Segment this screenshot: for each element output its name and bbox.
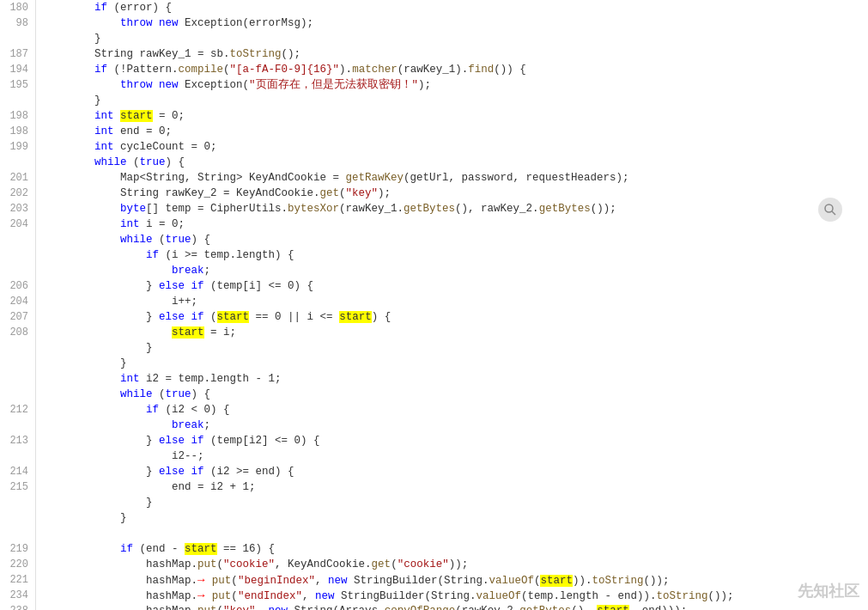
code-text: ) {: [191, 234, 211, 246]
code-text: [43, 125, 94, 137]
code-token-kw-keyword: new: [315, 590, 335, 602]
code-token-kw-keyword: else: [159, 280, 185, 292]
code-text: [43, 404, 146, 416]
code-text: end = i2 + 1;: [43, 481, 256, 493]
code-text: (: [153, 388, 166, 400]
code-line: byte[] temp = CipherUtils.bytesXor(rawKe…: [43, 201, 868, 217]
code-text: [43, 2, 94, 14]
code-token-kw-keyword: new: [159, 79, 179, 91]
code-text: (i2 < 0) {: [159, 404, 230, 416]
code-text: ).: [339, 64, 352, 76]
code-token-kw-string: "cookie": [398, 558, 449, 570]
code-token-kw-method: toString: [230, 48, 282, 60]
code-text: , KeyAndCookie.: [275, 558, 372, 570]
line-number: 202: [7, 186, 28, 201]
code-text: (: [217, 558, 224, 570]
code-line: } else if (i2 >= end) {: [43, 464, 868, 479]
code-text: i2 = temp.length - 1;: [140, 373, 282, 385]
code-text: }: [43, 33, 101, 45]
code-line: if (i >= temp.length) {: [43, 247, 868, 263]
code-text: }: [43, 280, 159, 292]
code-line: }: [43, 510, 868, 526]
code-line: if (error) {: [43, 0, 868, 15]
arrow-icon: →: [197, 589, 212, 602]
code-text: [43, 79, 120, 91]
code-token-kw-keyword: else: [159, 311, 185, 323]
line-number: 201: [7, 170, 28, 186]
code-line: [43, 526, 868, 541]
code-text: i++;: [43, 296, 197, 308]
code-token-kw-keyword: true: [166, 388, 191, 400]
code-text: (temp[i] <= 0) {: [204, 280, 314, 292]
code-token-kw-keyword: if: [94, 2, 107, 14]
code-line: start = i;: [43, 325, 868, 340]
code-line: i2--;: [43, 448, 868, 464]
code-token-kw-method: getBytes: [519, 605, 571, 610]
code-text: [153, 79, 160, 91]
code-text: (),: [571, 605, 597, 610]
line-number: 206: [7, 278, 28, 294]
code-text: (rawKey_1).: [398, 64, 469, 76]
code-text: [43, 373, 120, 385]
line-number: 204: [7, 294, 28, 309]
line-number: 219: [7, 541, 28, 557]
code-token-kw-keyword: while: [94, 156, 127, 168]
code-text: (: [153, 234, 166, 246]
code-text: [114, 110, 121, 122]
code-area[interactable]: if (error) { throw new Exception(errorMs…: [36, 0, 868, 610]
line-number: [7, 155, 28, 170]
code-text: [43, 326, 172, 339]
code-token-kw-keyword: else: [159, 466, 185, 478]
code-text: i2--;: [43, 450, 204, 462]
code-token-kw-method: get: [320, 187, 340, 199]
code-text: ;: [204, 419, 211, 431]
code-token-kw-keyword: else: [159, 435, 185, 447]
code-text: );: [378, 187, 391, 199]
code-text: [185, 435, 191, 447]
code-text: [43, 17, 120, 29]
code-text: hashMap.: [43, 558, 197, 570]
code-token-kw-method: bytesXor: [288, 203, 339, 215]
code-token-kw-method: copyOfRange: [385, 605, 456, 610]
line-number: [7, 247, 28, 263]
code-text: (getUrl, password, requestHeaders);: [404, 172, 629, 184]
line-number: [7, 371, 28, 387]
code-line: String rawKey_1 = sb.toString();: [43, 46, 868, 62]
code-token-kw-keyword: if: [191, 280, 204, 292]
code-text: (: [231, 575, 238, 587]
code-text: }: [43, 497, 153, 509]
code-line: break;: [43, 418, 868, 433]
code-line: }: [43, 31, 868, 46]
code-text: [43, 110, 94, 122]
code-text: (end -: [133, 543, 185, 555]
code-text: (!Pattern.: [107, 64, 179, 76]
code-text: [43, 141, 94, 153]
code-text: [185, 466, 191, 478]
code-text: }: [43, 95, 101, 107]
code-text: Exception(errorMsg);: [179, 17, 314, 29]
code-text: [43, 543, 120, 555]
code-token-kw-keyword: if: [146, 404, 159, 416]
code-token-kw-method: valueOf: [476, 590, 521, 602]
highlighted-var: start: [185, 543, 217, 555]
code-text: ) {: [191, 388, 211, 400]
search-icon[interactable]: [818, 198, 842, 222]
code-text: }: [43, 466, 159, 478]
code-text: [43, 156, 94, 168]
line-number: [7, 510, 28, 526]
code-text: hashMap.: [43, 590, 197, 602]
line-number: 187: [7, 46, 28, 62]
code-token-kw-method: toString: [657, 590, 708, 602]
code-text: (i >= temp.length) {: [159, 249, 294, 261]
code-text: (: [391, 558, 398, 570]
code-text: (: [223, 64, 230, 76]
line-number: 180: [7, 0, 28, 15]
code-text: [43, 419, 172, 431]
svg-line-1: [832, 211, 835, 215]
arrow-icon: →: [197, 573, 212, 587]
code-text: ) {: [166, 156, 185, 168]
code-line: } else if (temp[i] <= 0) {: [43, 278, 868, 294]
code-token-kw-method: find: [468, 64, 494, 76]
code-text: [43, 218, 120, 230]
code-line: while (true) {: [43, 232, 868, 247]
